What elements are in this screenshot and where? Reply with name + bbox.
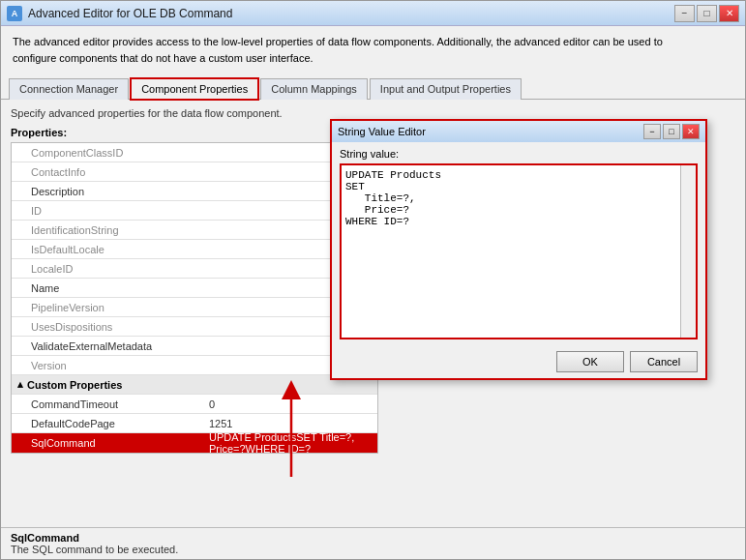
string-value-textarea[interactable]: UPDATE Products SET Title=?, Price=? WHE… [342,165,696,338]
dialog-title-bar: String Value Editor − □ ✕ [332,121,705,142]
string-value-editor-dialog: String Value Editor − □ ✕ String value: … [330,119,707,380]
close-button[interactable]: ✕ [719,5,739,22]
dialog-string-value-label: String value: [340,148,698,160]
title-controls: − □ ✕ [674,5,739,22]
table-row-section: ▴ Custom Properties [12,375,377,395]
table-row[interactable]: Description [12,182,377,201]
properties-table: ComponentClassID ContactInfo Description… [11,142,378,454]
table-row[interactable]: ComponentClassID [12,143,377,162]
table-row[interactable]: CommandTimeout 0 [12,395,377,414]
table-row[interactable]: IdentificationString [12,221,377,240]
dialog-maximize-button[interactable]: □ [663,124,680,139]
description-area: The advanced editor provides access to t… [1,26,745,74]
tab-connection-manager[interactable]: Connection Manager [9,78,129,100]
table-row[interactable]: DefaultCodePage 1251 [12,414,377,433]
description-line2: configure components that do not have a … [13,52,313,64]
dialog-scrollbar[interactable] [680,165,696,338]
table-row[interactable]: LocaleID [12,259,377,279]
tab-column-mappings[interactable]: Column Mappings [260,78,368,100]
description-line1: The advanced editor provides access to t… [13,36,663,47]
table-row[interactable]: IsDefaultLocale [12,240,377,259]
maximize-button[interactable]: □ [697,5,717,22]
ok-button[interactable]: OK [556,351,624,372]
dialog-body: String value: UPDATE Products SET Title=… [332,142,705,345]
status-property-name: SqlCommand [11,532,735,544]
dialog-textarea-wrapper: UPDATE Products SET Title=?, Price=? WHE… [340,163,698,339]
dialog-title: String Value Editor [338,126,426,137]
table-row[interactable]: ContactInfo [12,162,377,182]
table-row[interactable]: UsesDispositions [12,317,377,337]
table-row[interactable]: ID [12,201,377,221]
table-row[interactable]: Name [12,279,377,298]
main-window: A Advanced Editor for OLE DB Command − □… [0,0,746,560]
table-row[interactable]: Version [12,356,377,375]
main-content: Specify advanced properties for the data… [1,100,745,527]
status-description: The SQL command to be executed. [11,544,735,555]
table-row[interactable]: ValidateExternalMetadata [12,337,377,356]
minimize-button[interactable]: − [674,5,695,22]
subtitle: Specify advanced properties for the data… [11,107,735,119]
tab-input-output-properties[interactable]: Input and Output Properties [370,78,522,100]
title-bar-left: A Advanced Editor for OLE DB Command [7,6,232,21]
dialog-minimize-button[interactable]: − [643,124,661,139]
tabs-container: Connection Manager Component Properties … [1,74,745,100]
tab-component-properties[interactable]: Component Properties [131,78,258,100]
dialog-title-controls: − □ ✕ [643,124,700,139]
collapse-icon: ▴ [17,378,23,391]
status-bar: SqlCommand The SQL command to be execute… [1,527,745,559]
cancel-button[interactable]: Cancel [630,351,698,372]
dialog-close-button[interactable]: ✕ [682,124,700,139]
window-title: Advanced Editor for OLE DB Command [28,7,232,20]
app-icon: A [7,6,22,21]
table-row[interactable]: PipelineVersion [12,298,377,317]
title-bar: A Advanced Editor for OLE DB Command − □… [1,1,745,26]
dialog-footer: OK Cancel [332,345,705,378]
table-row-sqlcommand[interactable]: SqlCommand UPDATE ProductsSET Title=?, P… [12,433,377,453]
